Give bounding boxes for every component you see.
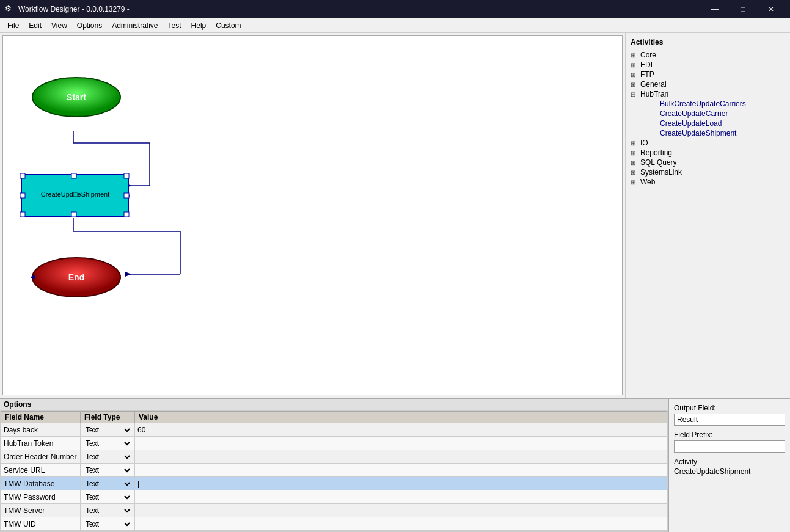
field-name-cell: Days back [1,423,81,437]
field-type-select[interactable]: Text [83,492,132,502]
tree-label: SQL Query [640,158,677,167]
field-type-cell[interactable]: Text [81,504,135,517]
table-row[interactable]: TMW ServerText [1,504,667,517]
tree-label: Reporting [640,148,672,157]
maximize-button[interactable]: □ [729,0,757,18]
table-row[interactable]: TMW DatabaseText [1,477,667,490]
minimize-button[interactable]: — [701,0,729,18]
tree-item-hubtran[interactable]: ⊟HubTran [631,89,785,99]
value-cell[interactable] [135,464,667,477]
field-type-select[interactable]: Text [83,479,132,489]
start-shape: Start [31,76,122,118]
right-bottom-panel: Output Field: Field Prefix: Activity Cre… [668,399,790,532]
output-field-label: Output Field: [674,404,785,412]
field-type-select[interactable]: Text [83,519,132,529]
table-row[interactable]: HubTran TokenText [1,437,667,450]
field-type-select[interactable]: Text [83,425,132,435]
svg-rect-20 [124,212,129,217]
tree-leaf-createupdateload[interactable]: CreateUpdateLoad [660,118,785,128]
end-shape: End [31,256,122,299]
tree-leaf-bulkcreateupdatecarriers[interactable]: BulkCreateUpdateCarriers [660,99,785,109]
field-type-select[interactable]: Text [83,506,132,516]
tree-label: EDI [640,60,653,69]
field-prefix-input[interactable] [674,440,785,453]
svg-rect-15 [124,173,129,178]
task-node[interactable]: CreateUpd□eShipment [20,173,130,221]
menu-item-file[interactable]: File [2,19,24,32]
menu-item-help[interactable]: Help [186,19,211,32]
field-name-cell: Order Header Number [1,450,81,464]
col-field-name: Field Name [1,412,81,423]
tree-item-reporting[interactable]: ⊞Reporting [631,148,785,158]
field-type-cell[interactable]: Text [81,464,135,477]
menu-item-administrative[interactable]: Administrative [107,19,163,32]
field-type-cell[interactable]: Text [81,490,135,504]
tree-item-general[interactable]: ⊞General [631,79,785,89]
field-type-cell[interactable]: Text [81,517,135,531]
expand-icon: ⊞ [631,150,640,156]
svg-rect-17 [124,193,129,198]
svg-text:End: End [68,272,84,282]
value-cell[interactable] [135,504,667,517]
expand-icon: ⊞ [631,140,640,147]
options-table-wrap[interactable]: Field Name Field Type Value Days backTex… [0,410,668,532]
field-type-cell[interactable]: Text [81,450,135,464]
menu-item-view[interactable]: View [46,19,72,32]
svg-text:Start: Start [67,92,86,102]
titlebar: ⚙ Workflow Designer - 0.0.0.13279 - — □ … [0,0,790,18]
field-name-cell: TMW Database [1,477,81,490]
field-name-cell: TMW UID [1,517,81,531]
title-text: Workflow Designer - 0.0.0.13279 - [18,5,701,13]
field-type-cell[interactable]: Text [81,437,135,450]
field-type-select[interactable]: Text [83,452,132,462]
value-input[interactable] [137,426,664,434]
app-icon: ⚙ [5,4,15,14]
table-row[interactable]: TMW UIDText [1,517,667,531]
close-button[interactable]: ✕ [757,0,785,18]
value-cell[interactable] [135,423,667,437]
tree-item-edi[interactable]: ⊞EDI [631,60,785,70]
menu-item-edit[interactable]: Edit [24,19,46,32]
end-node[interactable]: End [31,256,122,301]
tree-item-core[interactable]: ⊞Core [631,50,785,60]
value-input[interactable] [137,479,664,488]
options-table: Field Name Field Type Value Days backTex… [1,411,667,531]
table-row[interactable]: Days backText [1,423,667,437]
tree-leaf-createupdateshipment[interactable]: CreateUpdateShipment [660,128,785,138]
menu-item-test[interactable]: Test [163,19,186,32]
start-node[interactable]: Start [31,76,122,120]
activities-title: Activities [631,38,785,46]
value-cell[interactable] [135,477,667,490]
canvas-area[interactable]: Start CreateUpd□eShipment [2,35,623,395]
tree-item-systemslink[interactable]: ⊞SystemsLink [631,167,785,177]
expand-icon: ⊞ [631,71,640,78]
output-field-input[interactable] [674,414,785,426]
svg-rect-14 [71,173,76,178]
table-row[interactable]: Order Header NumberText [1,450,667,464]
menu-item-custom[interactable]: Custom [211,19,246,32]
tree-item-sql-query[interactable]: ⊞SQL Query [631,158,785,167]
expand-icon: ⊞ [631,52,640,59]
field-type-select[interactable]: Text [83,465,132,475]
field-type-select[interactable]: Text [83,439,132,448]
expand-icon: ⊞ [631,159,640,166]
expand-icon: ⊞ [631,62,640,68]
tree-item-ftp[interactable]: ⊞FTP [631,70,785,79]
tree-item-web[interactable]: ⊞Web [631,177,785,187]
expand-icon: ⊞ [631,81,640,88]
field-type-cell[interactable]: Text [81,423,135,437]
tree-label: HubTran [640,90,668,98]
expand-icon: ⊞ [631,169,640,176]
tree-item-io[interactable]: ⊞IO [631,138,785,148]
activity-value: CreateUpdateShipment [674,467,785,476]
value-cell[interactable] [135,517,667,531]
menu-item-options[interactable]: Options [72,19,107,32]
table-row[interactable]: Service URLText [1,464,667,477]
expand-icon: ⊟ [631,91,640,98]
value-cell[interactable] [135,450,667,464]
tree-leaf-createupdatecarrier[interactable]: CreateUpdateCarrier [660,109,785,118]
field-type-cell[interactable]: Text [81,477,135,490]
value-cell[interactable] [135,437,667,450]
value-cell[interactable] [135,490,667,504]
table-row[interactable]: TMW PasswordText [1,490,667,504]
